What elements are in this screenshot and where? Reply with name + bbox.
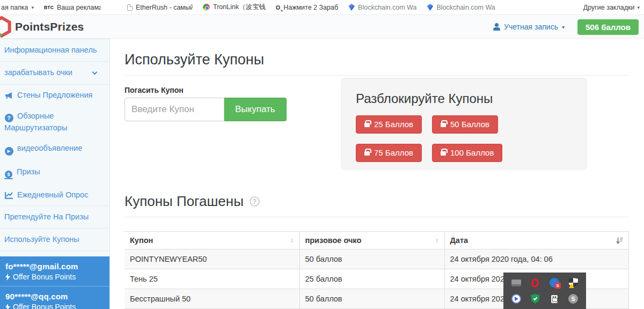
sidebar-item-daily-poll[interactable]: Ежедневный Опрос xyxy=(0,185,109,206)
bookmark-item[interactable]: Blockchain.com Wa xyxy=(427,4,495,11)
sidebar-item-offer-walls[interactable]: Стены Предложения xyxy=(0,85,109,106)
bookmark-label: ая папка xyxy=(1,4,28,11)
bookmark-item[interactable]: BTC Ваша реклама в се xyxy=(44,4,101,11)
sidebar-item-label: Используйте Купоны xyxy=(4,235,79,244)
unlock-coupons-card: Разблокируйте Купоны 25 Баллов 50 Баллов… xyxy=(341,78,587,170)
sidebar-item-claim-prizes[interactable]: Претендуйте На Призы xyxy=(0,206,109,229)
chrome-app-icon xyxy=(203,4,210,11)
unlock-50-button[interactable]: 50 Баллов xyxy=(432,115,498,134)
gem-icon xyxy=(427,4,433,11)
sidebar-item-earn-points[interactable]: зарабатывать очки xyxy=(0,62,109,84)
column-header-coupon[interactable]: Купон ▲▼ xyxy=(125,232,299,249)
chart-icon xyxy=(4,190,13,200)
unlock-100-button[interactable]: 100 Баллов xyxy=(432,144,502,162)
bookmark-item[interactable]: Нажмите 2 Зараб xyxy=(276,4,338,11)
sidebar-item-label: Стены Предложения xyxy=(17,91,92,99)
lock-icon xyxy=(441,151,446,156)
bookmark-label: TronLink（波宝钱 xyxy=(213,3,266,12)
sidebar-item-use-coupons[interactable]: Используйте Купоны xyxy=(0,229,109,251)
brand-logo[interactable]: PointsPrizes xyxy=(0,16,84,38)
bonus-account-item[interactable]: fo*****@gmail.com Offer Bonus Points xyxy=(0,256,109,286)
sidebar-item-label: Ежедневный Опрос xyxy=(17,190,88,199)
bookmarks-bar: ая папка ▾ BTC Ваша реклама в се EtherRu… xyxy=(0,0,644,15)
redeem-button[interactable]: Выкупать xyxy=(224,98,287,121)
sidebar-nav: Информационная панель зарабатывать очки … xyxy=(0,39,110,309)
bookmark-label: Blockchain.com Wa xyxy=(358,4,416,11)
bookmark-item[interactable]: EtherRush - самый xyxy=(127,4,193,11)
sidebar-item-label: Информационная панель xyxy=(4,46,97,54)
date-cell: 24 октября 2020 года, 04: 06 xyxy=(444,249,629,269)
sidebar-footer: fo*****@gmail.com Offer Bonus Points 90*… xyxy=(0,256,109,309)
chevron-down-icon xyxy=(92,70,98,75)
bookmark-folder[interactable]: ая папка ▾ xyxy=(1,4,34,11)
person-icon xyxy=(493,23,500,31)
unlock-25-button[interactable]: 25 Баллов xyxy=(356,115,422,134)
account-label: Учетная запись xyxy=(504,23,558,31)
points-cell: 50 баллов xyxy=(299,249,444,269)
page-icon xyxy=(127,4,133,11)
other-bookmarks-button[interactable]: Другие закладки ▾ xyxy=(583,4,640,11)
warning-triangle-icon xyxy=(569,283,574,288)
coupon-cell: POINTYNEWYEAR50 xyxy=(125,249,299,269)
skype-icon[interactable]: S xyxy=(567,292,580,305)
sort-desc-icon xyxy=(616,237,623,244)
bookmark-label: Ваша реклама в се xyxy=(57,4,101,11)
lock-icon xyxy=(441,123,446,127)
sidebar-item-label: зарабатывать очки xyxy=(4,68,72,77)
table-header-row: Купон ▲▼ призовое очко ▲▼ Дата xyxy=(125,232,629,249)
points-cell: 25 баллов xyxy=(299,269,444,289)
account-email: 90*****@qq.com xyxy=(5,292,104,301)
bookmark-label: Нажмите 2 Зараб xyxy=(283,4,338,11)
lock-icon xyxy=(364,123,370,127)
system-tray-popup: S S xyxy=(503,273,586,309)
sidebar-item-label: Претендуйте На Призы xyxy=(4,212,89,221)
radio-device-icon[interactable] xyxy=(548,292,561,305)
hexagon-logo-icon xyxy=(0,16,12,38)
points-balance-badge[interactable]: 506 баллов xyxy=(577,19,639,35)
site-header: PointsPrizes Учетная запись ▾ 506 баллов xyxy=(0,15,644,39)
column-header-date[interactable]: Дата xyxy=(444,232,629,249)
shield-check-icon[interactable] xyxy=(529,292,541,305)
bonus-account-item[interactable]: 90*****@qq.com Offer Bonus Points xyxy=(0,286,109,309)
points-cell: 50 баллов xyxy=(299,289,444,309)
coin-icon: $ xyxy=(4,171,13,179)
bookmark-item[interactable]: TronLink（波宝钱 xyxy=(203,3,266,12)
sidebar-item-label: Обзорные Маршрутизаторы xyxy=(4,112,67,132)
sidebar-item-label: Призы xyxy=(17,167,40,176)
question-circle-icon: ? xyxy=(4,114,13,123)
coupon-cell: Тень 25 xyxy=(125,269,299,289)
megaphone-icon xyxy=(4,91,13,100)
gem-icon xyxy=(348,4,355,11)
column-header-points[interactable]: призовое очко ▲▼ xyxy=(299,232,444,249)
app-badge-icon[interactable]: S xyxy=(548,276,561,289)
help-icon[interactable]: ? xyxy=(250,196,260,207)
unlock-coupons-title: Разблокируйте Купоны xyxy=(356,91,572,106)
display-icon[interactable] xyxy=(510,276,523,289)
sidebar-item-dashboard[interactable]: Информационная панель xyxy=(0,39,109,62)
media-player-icon[interactable] xyxy=(510,292,523,305)
table-row: POINTYNEWYEAR50 50 баллов 24 октября 202… xyxy=(125,249,629,269)
unlock-75-button[interactable]: 75 Баллов xyxy=(356,144,422,162)
magnifier-icon xyxy=(276,5,280,10)
sidebar-item-survey-routers[interactable]: ?Обзорные Маршрутизаторы xyxy=(0,106,109,138)
offer-label: Offer Bonus Points xyxy=(13,273,76,281)
account-menu[interactable]: Учетная запись ▾ xyxy=(493,23,565,31)
bookmark-label: Blockchain.com Wa xyxy=(436,4,495,11)
defender-shield-icon[interactable] xyxy=(567,276,580,289)
bolt-icon xyxy=(5,304,10,309)
bolt-icon xyxy=(5,274,10,281)
sidebar-item-prizes[interactable]: $Призы xyxy=(0,161,109,185)
coupon-cell: Бесстрашный 50 xyxy=(125,289,299,309)
divider xyxy=(125,75,629,76)
bookmark-item[interactable]: Blockchain.com Wa xyxy=(348,4,416,11)
btc-text-icon: BTC xyxy=(44,5,54,10)
caret-down-icon: ▾ xyxy=(562,24,565,30)
page-title: Используйте Купоны xyxy=(125,52,629,68)
divider xyxy=(125,217,629,217)
lock-icon xyxy=(364,151,370,156)
coupon-input[interactable] xyxy=(125,98,224,121)
history-title: Купоны Погашены xyxy=(125,193,244,210)
sidebar-item-video-ads[interactable]: ▶видеообъявление xyxy=(0,138,109,161)
sidebar-item-label: видеообъявление xyxy=(17,144,82,152)
opera-icon[interactable] xyxy=(529,276,541,289)
